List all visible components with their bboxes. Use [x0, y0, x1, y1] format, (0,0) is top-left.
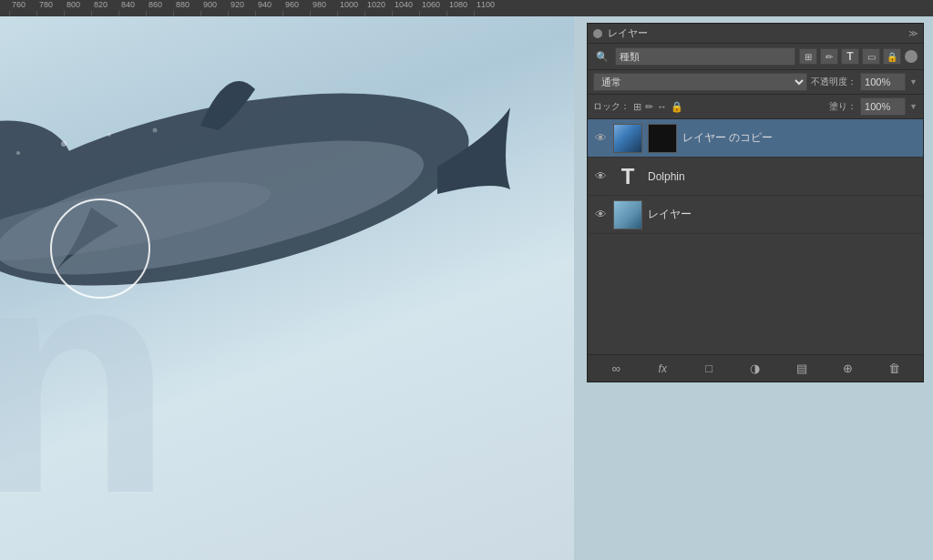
layer-thumbnail-1 [613, 124, 642, 153]
layer-mask-1 [648, 124, 677, 153]
ruler-mark: 940 [255, 11, 282, 16]
panel-titlebar-left: レイヤー [593, 26, 648, 40]
opacity-input[interactable] [860, 73, 906, 91]
layer-type-filter[interactable]: 種類 [615, 47, 795, 66]
layer-name-1: レイヤー のコピー [682, 130, 918, 146]
selection-circle [50, 199, 150, 299]
ruler-mark: 880 [173, 11, 200, 16]
layers-list: 👁 レイヤー のコピー 👁 T Dolphin 👁 [588, 119, 923, 354]
blend-mode-select[interactable]: 通常 [593, 73, 807, 91]
ruler-mark: 980 [310, 11, 337, 16]
filter-shape-icon[interactable]: ▭ [862, 48, 880, 65]
ruler-mark: 780 [36, 11, 64, 16]
ruler-mark: 1060 [419, 11, 446, 16]
fill-input[interactable] [860, 97, 906, 116]
filter-adjustment-icon[interactable]: ✏ [820, 48, 838, 65]
panel-close-button[interactable] [593, 29, 602, 38]
ruler-mark: 820 [91, 11, 118, 16]
ruler-mark: 1100 [474, 11, 501, 16]
panel-titlebar: レイヤー ≫ [588, 24, 923, 44]
svg-point-6 [108, 133, 111, 137]
adjustment-layer-button[interactable]: ◑ [744, 359, 766, 379]
opacity-arrow-icon: ▼ [909, 77, 918, 87]
ruler-mark: 960 [282, 11, 310, 16]
layers-panel: レイヤー ≫ 🔍 種類 ⊞ ✏ T ▭ 🔒 通常 不透明度： ▼ ロック： ⊞ … [587, 23, 924, 382]
filter-type-icons: ⊞ ✏ T ▭ 🔒 [799, 48, 901, 65]
ruler-mark: 800 [64, 11, 91, 16]
filter-smart-icon[interactable]: 🔒 [883, 48, 901, 65]
ruler-mark: 1040 [392, 11, 419, 16]
svg-point-7 [16, 151, 20, 155]
lock-all-icon[interactable]: 🔒 [671, 101, 683, 113]
ruler-mark: 760 [9, 11, 36, 16]
layer-visibility-2[interactable]: 👁 [593, 169, 608, 183]
layer-item-3[interactable]: 👁 レイヤー [588, 196, 923, 234]
filter-text-icon[interactable]: T [841, 48, 859, 65]
layer-name-3: レイヤー [648, 207, 918, 222]
layer-item-1[interactable]: 👁 レイヤー のコピー [588, 119, 923, 158]
fill-label: 塗り： [829, 100, 856, 113]
layer-thumbnail-3 [613, 200, 642, 229]
ruler-top: 760 780 800 820 840 860 880 900 920 940 … [0, 0, 933, 16]
link-layers-button[interactable]: ∞ [605, 359, 627, 379]
panel-title: レイヤー [608, 26, 648, 40]
ruler-mark: 920 [228, 11, 255, 16]
layer-item-2[interactable]: 👁 T Dolphin [588, 158, 923, 196]
lock-move-icon[interactable]: ↔ [657, 101, 667, 112]
ruler-mark: 840 [118, 11, 146, 16]
fill-arrow-icon: ▼ [909, 102, 918, 111]
layer-styles-button[interactable]: fx [651, 359, 673, 379]
filter-search-icon: 🔍 [593, 50, 611, 64]
new-layer-button[interactable]: ⊕ [837, 359, 859, 379]
add-mask-button[interactable]: □ [698, 359, 720, 379]
svg-point-5 [61, 141, 67, 147]
lock-draw-icon[interactable]: ✏ [645, 101, 653, 113]
filter-row: 🔍 種類 ⊞ ✏ T ▭ 🔒 [588, 44, 923, 70]
lock-pixel-icon[interactable]: ⊞ [633, 101, 641, 113]
new-group-button[interactable]: ▤ [791, 359, 813, 379]
delete-layer-button[interactable]: 🗑 [883, 359, 905, 379]
ruler-marks: 760 780 800 820 840 860 880 900 920 940 … [0, 0, 501, 16]
panel-collapse-button[interactable]: ≫ [908, 28, 918, 38]
layer-name-2: Dolphin [648, 170, 918, 183]
ruler-mark: 1000 [337, 11, 364, 16]
layer-visibility-1[interactable]: 👁 [593, 131, 608, 145]
lock-row: ロック： ⊞ ✏ ↔ 🔒 塗り： ▼ [588, 95, 923, 119]
filter-pixel-icon[interactable]: ⊞ [799, 48, 817, 65]
blend-mode-row: 通常 不透明度： ▼ [588, 70, 923, 95]
panel-toolbar: ∞ fx □ ◑ ▤ ⊕ 🗑 [588, 354, 923, 382]
layer-thumbnail-2: T [613, 162, 642, 191]
layer-visibility-3[interactable]: 👁 [593, 208, 608, 221]
ruler-mark: 860 [146, 11, 173, 16]
svg-point-8 [153, 128, 158, 133]
lock-label: ロック： [593, 100, 630, 113]
text-layer-icon: T [621, 164, 635, 189]
scene-background: n [0, 16, 574, 560]
ruler-mark: 1020 [364, 11, 392, 16]
filter-toggle-button[interactable] [905, 50, 918, 63]
opacity-label: 不透明度： [811, 76, 856, 88]
ruler-mark: 1080 [446, 11, 474, 16]
ruler-mark: 900 [200, 11, 228, 16]
